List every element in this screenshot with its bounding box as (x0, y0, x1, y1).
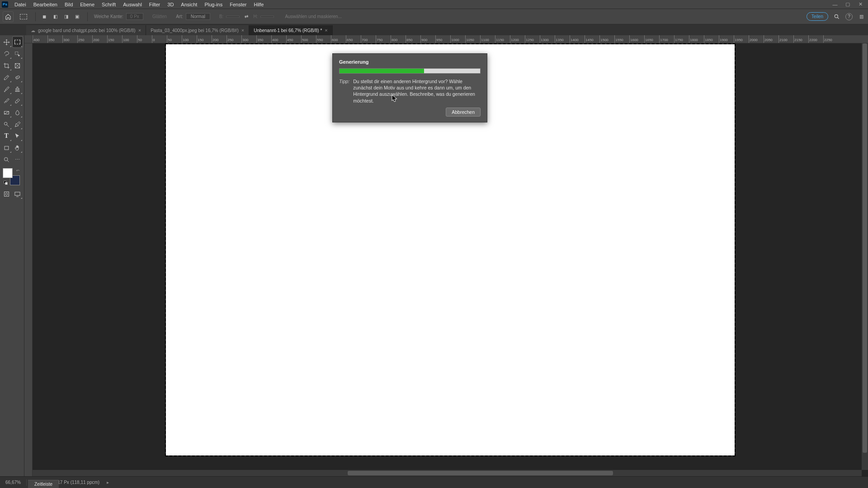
menu-ansicht[interactable]: Ansicht (177, 1, 201, 8)
type-tool[interactable]: T (1, 131, 12, 141)
dodge-tool[interactable] (1, 119, 12, 130)
document-tab-active[interactable]: Unbenannt-1 bei 66,7% (RGB/8) * × (249, 25, 333, 35)
add-selection-icon[interactable]: ◧ (51, 13, 59, 21)
scrollbar-vertical[interactable] (862, 43, 868, 470)
ruler-tick: 500 (301, 35, 316, 43)
workspace-icon[interactable]: ▥ (857, 13, 865, 21)
eyedropper-tool[interactable] (1, 72, 12, 83)
ruler-tick: 1550 (614, 35, 629, 43)
zoom-tool[interactable] (1, 154, 12, 165)
width-input[interactable] (226, 16, 240, 18)
ruler-tick: 1350 (555, 35, 570, 43)
info-arrow-icon[interactable]: ▸ (107, 480, 109, 485)
intersect-selection-icon[interactable]: ▣ (73, 13, 81, 21)
help-icon[interactable]: ? (845, 13, 853, 20)
menu-hilfe[interactable]: Hilfe (250, 1, 267, 8)
scrollbar-thumb[interactable] (863, 43, 867, 453)
document-tab[interactable]: ☁ google bard und chatgpt.psdc bei 100% … (26, 25, 146, 35)
screenmode-icon[interactable] (13, 188, 23, 199)
menu-bild[interactable]: Bild (61, 1, 76, 8)
move-tool[interactable] (1, 37, 12, 47)
foreground-color[interactable] (3, 168, 13, 178)
swap-dims-icon[interactable]: ⇄ (242, 13, 250, 21)
svg-point-15 (4, 157, 8, 161)
zoom-field[interactable]: 66,67% (0, 479, 27, 486)
maximize-icon[interactable]: ▢ (844, 1, 851, 8)
subtract-selection-icon[interactable]: ◨ (62, 13, 70, 21)
home-icon[interactable] (3, 11, 14, 22)
ruler-tick: 450 (286, 35, 301, 43)
tab-close-icon[interactable]: × (325, 28, 327, 33)
hand-tool[interactable] (13, 142, 23, 153)
eraser-tool[interactable] (13, 95, 23, 106)
tools-panel: T ⋯ ⤺ (0, 35, 24, 476)
menu-filter[interactable]: Filter (146, 1, 164, 8)
ruler-tick: 1850 (704, 35, 719, 43)
svg-rect-14 (5, 146, 9, 150)
menu-fenster[interactable]: Fenster (226, 1, 250, 8)
gradient-tool[interactable] (1, 107, 12, 118)
share-button[interactable]: Teilen (807, 12, 828, 21)
menu-datei[interactable]: Datei (11, 1, 30, 8)
window-controls: — ▢ ✕ (832, 1, 866, 8)
pen-tool[interactable] (13, 119, 23, 130)
height-label: H: (253, 14, 258, 19)
select-and-mask-button[interactable]: Auswählen und maskieren... (285, 14, 342, 19)
default-colors-icon[interactable] (4, 181, 8, 185)
ruler-horizontal[interactable]: 4003503002502001501005005010015020025030… (33, 35, 868, 43)
cancel-button[interactable]: Abbrechen (446, 108, 481, 117)
scrollbar-horizontal[interactable] (33, 470, 862, 476)
svg-point-18 (5, 193, 8, 195)
menu-schrift[interactable]: Schrift (98, 1, 119, 8)
antialias-checkbox[interactable]: Glätten (152, 14, 167, 19)
generation-dialog: Generierung Tipp: Du stellst dir einen a… (332, 53, 487, 122)
svg-point-0 (835, 14, 838, 18)
lasso-tool[interactable] (1, 48, 12, 59)
ruler-tick: 50 (137, 35, 152, 43)
search-icon[interactable] (833, 13, 841, 21)
new-selection-icon[interactable]: ◼ (40, 13, 48, 21)
frame-tool[interactable] (13, 60, 23, 71)
tab-close-icon[interactable]: × (241, 28, 244, 33)
quickmask-icon[interactable] (1, 188, 12, 199)
marquee-tool-icon[interactable] (20, 14, 27, 19)
svg-rect-19 (15, 192, 20, 196)
healing-tool[interactable] (13, 72, 23, 83)
ruler-vertical[interactable] (24, 43, 33, 476)
minimize-icon[interactable]: — (832, 1, 838, 8)
crop-tool[interactable] (1, 60, 12, 71)
brush-tool[interactable] (1, 84, 12, 94)
ruler-tick: 1200 (510, 35, 525, 43)
style-select[interactable]: Normal (186, 13, 210, 20)
close-icon[interactable]: ✕ (857, 1, 863, 8)
stamp-tool[interactable] (13, 84, 23, 94)
ruler-tick: 1650 (644, 35, 659, 43)
color-swatches[interactable]: ⤺ (3, 168, 20, 185)
document-tab[interactable]: Pasta_03_4000px.jpeg bei 16,7% (RGB/8#) … (146, 25, 249, 35)
ruler-tick: 100 (122, 35, 137, 43)
timeline-tab[interactable]: Zeitleiste (28, 480, 59, 488)
path-tool[interactable] (13, 131, 23, 141)
history-brush-tool[interactable] (1, 95, 12, 106)
ruler-tick: 2200 (808, 35, 823, 43)
blur-tool[interactable] (13, 107, 23, 118)
menu-auswahl[interactable]: Auswahl (119, 1, 146, 8)
more-tools-icon[interactable]: ⋯ (13, 154, 23, 165)
scrollbar-thumb[interactable] (348, 471, 613, 475)
svg-line-11 (4, 111, 9, 114)
tab-close-icon[interactable]: × (138, 28, 141, 33)
marquee-tool[interactable] (13, 37, 23, 47)
style-label: Art: (176, 14, 183, 19)
menu-bearbeiten[interactable]: Bearbeiten (30, 1, 61, 8)
dialog-title: Generierung (339, 59, 481, 65)
swap-colors-icon[interactable]: ⤺ (16, 168, 20, 173)
menu-3d[interactable]: 3D (164, 1, 177, 8)
menu-plugins[interactable]: Plug-ins (201, 1, 226, 8)
feather-input[interactable]: 0 Px (126, 13, 143, 20)
shape-tool[interactable] (1, 142, 12, 153)
svg-point-7 (17, 77, 17, 78)
height-input[interactable] (260, 16, 274, 18)
ruler-tick: 550 (316, 35, 331, 43)
selection-tool[interactable] (13, 48, 23, 59)
menu-ebene[interactable]: Ebene (76, 1, 98, 8)
